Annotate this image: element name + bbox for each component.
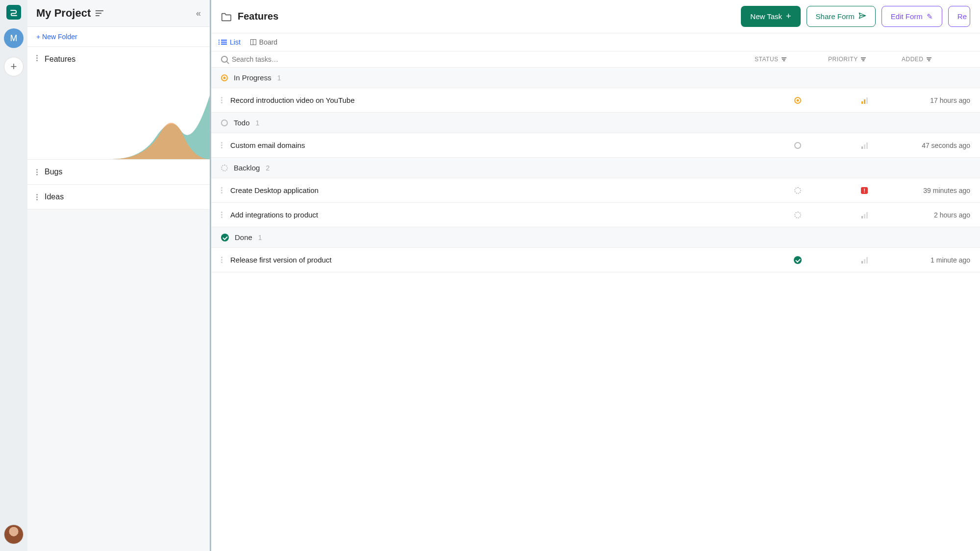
edit-form-button[interactable]: Edit Form ✎ — [882, 6, 942, 27]
task-title: Create Desktop application — [230, 186, 760, 194]
group-count: 1 — [256, 119, 260, 127]
status-inprogress-icon — [221, 74, 228, 81]
priority-low-icon — [861, 257, 868, 264]
group-header[interactable]: Backlog2 — [211, 158, 980, 178]
task-priority-cell[interactable] — [835, 142, 894, 149]
task-priority-cell[interactable] — [835, 97, 894, 104]
task-row[interactable]: Add integrations to product2 hours ago — [211, 203, 980, 227]
group-count: 2 — [266, 164, 270, 172]
sidebar-item-ideas[interactable]: Ideas — [27, 185, 210, 210]
project-menu-icon[interactable] — [96, 10, 103, 16]
edit-form-label: Edit Form — [891, 12, 923, 21]
task-added: 39 minutes ago — [902, 187, 970, 194]
view-list-tab[interactable]: List — [221, 38, 241, 46]
sidebar-item-bugs[interactable]: Bugs — [27, 160, 210, 185]
drag-handle-icon[interactable] — [221, 187, 222, 193]
drag-handle-icon[interactable] — [221, 257, 222, 263]
board-icon — [250, 39, 256, 45]
column-header-added[interactable]: ADDED — [902, 56, 970, 63]
workspace-avatar[interactable]: M — [4, 28, 24, 48]
group-name: In Progress — [234, 73, 271, 82]
task-priority-cell[interactable] — [835, 257, 894, 264]
drag-handle-icon[interactable] — [221, 142, 222, 148]
user-avatar[interactable] — [4, 525, 24, 544]
plus-icon — [786, 11, 791, 22]
folder-icon — [221, 12, 232, 21]
collapse-sidebar-icon[interactable]: « — [196, 8, 201, 19]
new-folder-button[interactable]: + New Folder — [27, 26, 210, 47]
task-priority-cell[interactable] — [835, 212, 894, 218]
main-content: Features New Task Share Form Edit Form ✎ — [211, 0, 980, 551]
task-title: Record introduction video on YouTube — [230, 96, 760, 104]
task-title: Custom email domains — [230, 141, 760, 149]
drag-handle-icon[interactable] — [36, 194, 38, 200]
add-workspace-button[interactable]: + — [4, 57, 24, 76]
status-inprogress-icon — [794, 97, 801, 104]
task-status-cell[interactable] — [768, 97, 827, 104]
folder-list: Features Bugs Ideas — [27, 47, 210, 210]
project-title[interactable]: My Project — [36, 7, 91, 20]
column-header-status[interactable]: STATUS — [755, 56, 813, 63]
view-bar: List Board — [211, 33, 980, 51]
folder-chart-icon — [112, 96, 210, 159]
task-row[interactable]: Record introduction video on YouTube17 h… — [211, 88, 980, 113]
search-icon — [221, 56, 228, 63]
extra-button-label: Re — [957, 12, 967, 21]
group-header[interactable]: In Progress1 — [211, 68, 980, 88]
status-done-icon — [221, 234, 229, 241]
share-form-label: Share Form — [816, 12, 855, 21]
task-status-cell[interactable] — [768, 212, 827, 218]
share-form-button[interactable]: Share Form — [807, 6, 876, 27]
new-task-button[interactable]: New Task — [741, 6, 800, 27]
page-title: Features — [238, 11, 278, 22]
task-status-cell[interactable] — [768, 187, 827, 194]
view-list-label: List — [230, 38, 241, 46]
status-backlog-icon — [221, 165, 228, 171]
drag-handle-icon[interactable] — [36, 169, 38, 175]
column-header-priority[interactable]: PRIORITY — [828, 56, 887, 63]
task-row[interactable]: Create Desktop application!39 minutes ag… — [211, 178, 980, 203]
task-status-cell[interactable] — [768, 256, 827, 264]
task-row[interactable]: Custom email domains47 seconds ago — [211, 133, 980, 158]
task-title: Add integrations to product — [230, 211, 760, 219]
task-added: 2 hours ago — [902, 211, 970, 219]
drag-handle-icon[interactable] — [221, 97, 222, 103]
status-backlog-icon — [794, 212, 801, 218]
filter-icon — [927, 57, 931, 61]
task-added: 1 minute ago — [902, 256, 970, 264]
drag-handle-icon[interactable] — [36, 55, 38, 61]
priority-low-icon — [861, 212, 868, 218]
left-rail: M + — [0, 0, 27, 551]
task-added: 47 seconds ago — [902, 142, 970, 149]
filter-icon — [782, 57, 786, 61]
priority-low-icon — [861, 142, 868, 149]
new-task-label: New Task — [750, 12, 782, 21]
group-count: 1 — [277, 74, 281, 82]
search-wrap — [221, 55, 755, 63]
extra-button[interactable]: Re — [948, 6, 970, 27]
search-input[interactable] — [232, 55, 330, 63]
column-headers: STATUS PRIORITY ADDED — [755, 56, 970, 63]
send-icon — [858, 12, 866, 21]
task-row[interactable]: Release first version of product1 minute… — [211, 248, 980, 272]
status-todo-icon — [221, 120, 228, 126]
sidebar: My Project « + New Folder Features Bugs … — [27, 0, 211, 551]
group-count: 1 — [258, 234, 262, 241]
filter-icon — [861, 57, 866, 61]
status-done-icon — [794, 256, 802, 264]
group-header[interactable]: Todo1 — [211, 113, 980, 133]
task-added: 17 hours ago — [902, 96, 970, 104]
priority-medium-icon — [861, 97, 868, 104]
drag-handle-icon[interactable] — [221, 212, 222, 218]
task-title: Release first version of product — [230, 256, 760, 264]
list-icon — [221, 40, 227, 45]
app-logo-icon[interactable] — [6, 5, 21, 20]
status-todo-icon — [794, 142, 801, 149]
view-board-tab[interactable]: Board — [250, 38, 277, 46]
header-actions: New Task Share Form Edit Form ✎ Re — [741, 6, 970, 27]
task-status-cell[interactable] — [768, 142, 827, 149]
task-priority-cell[interactable]: ! — [835, 187, 894, 194]
folder-label: Ideas — [45, 192, 64, 201]
group-header[interactable]: Done1 — [211, 227, 980, 248]
sidebar-item-features[interactable]: Features — [27, 47, 210, 160]
